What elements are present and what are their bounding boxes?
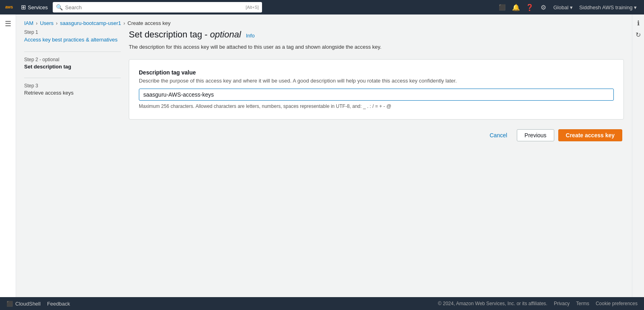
copyright-text: © 2024, Amazon Web Services, Inc. or its… [438,301,547,306]
page-description: The description for this access key will… [129,43,624,51]
step-1-label: Step 1 [24,29,121,35]
cloudshell-icon: ⬛ [6,301,13,307]
search-input[interactable] [65,4,243,10]
step-1: Step 1 Access key best practices & alter… [24,29,121,43]
step-2-label: Step 2 - optional [24,57,121,62]
main-layout: ☰ IAM › Users › saasguru-bootcamp-user1 … [0,14,644,297]
sidebar-toggle-panel: ☰ [0,14,16,297]
breadcrumb-iam[interactable]: IAM [24,20,33,26]
cancel-button[interactable]: Cancel [484,130,513,141]
help-panel-icon[interactable]: ℹ [637,19,640,27]
content-area: IAM › Users › saasguru-bootcamp-user1 › … [16,14,632,297]
step-divider-1 [24,52,121,52]
services-label: Services [28,4,48,10]
description-tag-input[interactable] [139,89,614,101]
create-access-key-button[interactable]: Create access key [558,129,622,141]
breadcrumb-users[interactable]: Users [40,20,54,26]
step-2-title: Set description tag [24,64,121,70]
bottom-bar: ⬛ CloudShell Feedback © 2024, Amazon Web… [0,297,644,310]
search-shortcut: [Alt+S] [246,5,259,10]
steps-sidebar: Step 1 Access key best practices & alter… [24,29,129,289]
services-menu[interactable]: ⊞ Services [21,4,48,11]
action-bar: Cancel Previous Create access key [129,129,624,141]
field-hint: Maximum 256 characters. Allowed characte… [139,103,614,110]
aws-logo[interactable]: aws [5,4,16,11]
feedback-button[interactable]: Feedback [47,301,70,307]
terms-link[interactable]: Terms [576,301,589,306]
breadcrumb-sep-3: › [124,21,125,26]
field-description: Describe the purpose of this access key … [139,77,614,85]
cookie-preferences-link[interactable]: Cookie preferences [596,301,638,306]
support-icon-btn[interactable]: ❓ [524,1,536,13]
step-3-title: Retrieve access keys [24,90,121,96]
main-content-area: Set description tag - optional Info The … [129,29,624,289]
search-icon: 🔍 [56,4,63,10]
breadcrumb-current: Create access key [128,20,171,26]
notifications-icon-btn[interactable]: 🔔 [510,1,522,13]
top-navigation: aws ⊞ Services 🔍 [Alt+S] ⬛ 🔔 ❓ ⚙ Global … [0,0,644,14]
breadcrumb: IAM › Users › saasguru-bootcamp-user1 › … [16,14,632,29]
privacy-link[interactable]: Privacy [554,301,570,306]
refresh-icon[interactable]: ↻ [636,31,641,39]
breadcrumb-user[interactable]: saasguru-bootcamp-user1 [60,20,121,26]
form-container: Description tag value Describe the purpo… [129,59,624,120]
breadcrumb-sep-2: › [56,21,58,26]
cloudshell-icon-btn[interactable]: ⬛ [496,1,508,13]
page-body: Step 1 Access key best practices & alter… [16,29,632,297]
sidebar-toggle-button[interactable]: ☰ [5,19,11,28]
field-label: Description tag value [139,69,614,76]
info-link[interactable]: Info [246,33,255,39]
step-2: Step 2 - optional Set description tag [24,57,121,70]
previous-button[interactable]: Previous [517,129,554,141]
search-bar[interactable]: 🔍 [Alt+S] [53,2,262,12]
step-3: Step 3 Retrieve access keys [24,83,121,96]
nav-right: ⬛ 🔔 ❓ ⚙ Global ▾ Siddhesh AWS training ▾ [496,1,639,13]
region-selector[interactable]: Global ▾ [551,3,575,12]
page-title: Set description tag - optional Info [129,29,624,40]
step-1-title[interactable]: Access key best practices & alternatives [24,37,118,43]
settings-icon-btn[interactable]: ⚙ [537,1,549,13]
cloudshell-section[interactable]: ⬛ CloudShell [6,301,41,307]
right-panel: ℹ ↻ [632,14,644,297]
step-3-label: Step 3 [24,83,121,89]
svg-text:aws: aws [5,5,13,9]
page-title-prefix: Set description tag - [129,29,210,39]
step-divider-2 [24,78,121,78]
page-title-italic: optional [210,29,241,39]
bottom-bar-right: © 2024, Amazon Web Services, Inc. or its… [438,301,638,306]
breadcrumb-sep-1: › [36,21,37,26]
user-menu[interactable]: Siddhesh AWS training ▾ [577,3,639,12]
cloudshell-label: CloudShell [15,301,41,307]
